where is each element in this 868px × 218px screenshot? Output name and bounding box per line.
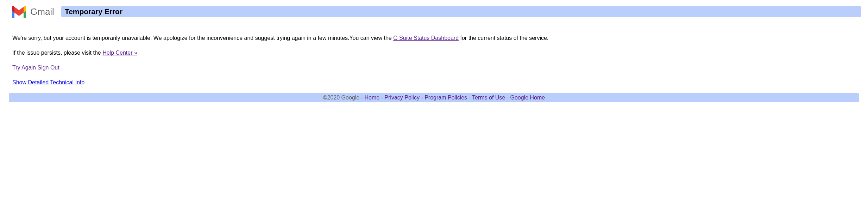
tech-info-row: Show Detailed Technical Info	[12, 78, 856, 87]
footer-copyright: ©2020 Google	[323, 95, 359, 101]
try-again-link[interactable]: Try Again	[12, 65, 36, 71]
footer-bar: ©2020 Google - Home - Privacy Policy - P…	[9, 93, 859, 102]
apology-text-1: We're sorry, but your account is tempora…	[12, 35, 393, 41]
show-tech-info-link[interactable]: Show Detailed Technical Info	[12, 79, 84, 85]
footer-google-home-link[interactable]: Google Home	[510, 95, 545, 101]
footer-home-link[interactable]: Home	[364, 95, 379, 101]
content-area: We're sorry, but your account is tempora…	[7, 34, 861, 87]
page-title: Temporary Error	[65, 7, 857, 16]
footer-program-link[interactable]: Program Policies	[424, 95, 467, 101]
sign-out-link[interactable]: Sign Out	[37, 65, 59, 71]
gmail-m-icon	[11, 5, 27, 18]
title-bar: Temporary Error	[61, 6, 861, 17]
footer-separator: -	[361, 95, 365, 101]
apology-text-2: for the current status of the service.	[459, 35, 548, 41]
footer-separator: -	[381, 95, 385, 101]
footer-separator: -	[507, 95, 510, 101]
header-row: Gmail Temporary Error	[7, 4, 861, 20]
apology-message: We're sorry, but your account is tempora…	[12, 34, 856, 42]
footer-privacy-link[interactable]: Privacy Policy	[384, 95, 420, 101]
status-dashboard-link[interactable]: G Suite Status Dashboard	[393, 35, 459, 41]
footer-separator: -	[469, 95, 472, 101]
gmail-logo: Gmail	[7, 4, 58, 20]
help-center-link[interactable]: Help Center »	[102, 50, 137, 56]
gmail-logo-text: Gmail	[30, 6, 54, 17]
footer-separator: -	[421, 95, 424, 101]
footer-terms-link[interactable]: Terms of Use	[472, 95, 505, 101]
action-links: Try Again Sign Out	[12, 63, 856, 72]
persist-text: If the issue persists, please visit the	[12, 50, 102, 56]
persist-message: If the issue persists, please visit the …	[12, 49, 856, 57]
